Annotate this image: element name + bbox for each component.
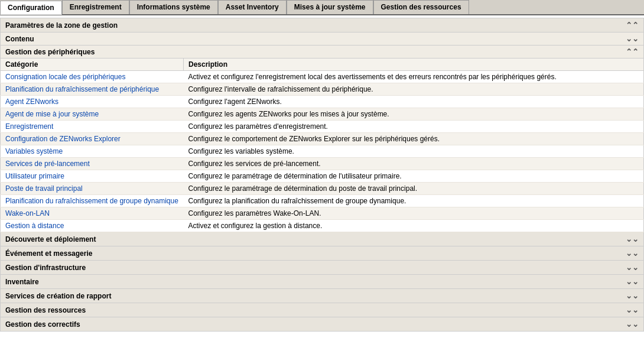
row-link-9[interactable]: Poste de travail principal xyxy=(5,184,83,193)
row-description-3: Configurez les agents ZENworks pour les … xyxy=(184,108,644,121)
row-link-10[interactable]: Planification du rafraîchissement de gro… xyxy=(5,197,178,205)
section-gestion-peripheriques-label: Gestion des périphériques xyxy=(5,48,95,56)
row-description-12: Activez et configurez la gestion à dista… xyxy=(184,220,644,232)
expand-section-icon-6[interactable]: ⌄⌄ xyxy=(626,320,639,329)
collapsed-section-6[interactable]: Gestion des correctifs⌄⌄ xyxy=(0,317,644,332)
table-row: Planification du rafraîchissement de pér… xyxy=(1,83,644,96)
tab-configuration[interactable]: Configuration xyxy=(0,1,62,15)
table-row: Variables systèmeConfigurez les variable… xyxy=(1,145,644,158)
table-row: Planification du rafraîchissement de gro… xyxy=(1,195,644,207)
tab-asset-inventory[interactable]: Asset Inventory xyxy=(218,0,287,14)
row-link-5[interactable]: Configuration de ZENworks Explorer xyxy=(5,135,121,143)
section-parametres-zone[interactable]: Paramètres de la zone de gestion ⌃⌃ xyxy=(0,18,644,33)
table-row: EnregistrementConfigurez les paramètres … xyxy=(1,121,644,133)
table-header-row: Catégorie Description xyxy=(1,59,644,71)
collapsed-section-label-3: Inventaire xyxy=(5,278,39,286)
row-description-7: Configurez les services de pré-lancement… xyxy=(184,158,644,170)
collapsed-section-label-5: Gestion des ressources xyxy=(5,306,86,314)
table-row: Utilisateur primaireConfigurez le paramé… xyxy=(1,170,644,183)
row-link-0[interactable]: Consignation locale des périphériques xyxy=(5,73,125,81)
expand-section-icon-3[interactable]: ⌄⌄ xyxy=(626,277,639,286)
collapsed-section-4[interactable]: Services de création de rapport⌄⌄ xyxy=(0,289,644,303)
row-description-0: Activez et configurez l'enregistrement l… xyxy=(184,71,644,83)
collapsed-section-1[interactable]: Événement et messagerie⌄⌄ xyxy=(0,246,644,261)
expand-section-icon-1[interactable]: ⌄⌄ xyxy=(626,249,639,258)
expand-section-icon-4[interactable]: ⌄⌄ xyxy=(626,291,639,300)
tab-enregistrement[interactable]: Enregistrement xyxy=(62,0,129,14)
row-description-2: Configurez l'agent ZENworks. xyxy=(184,96,644,108)
tab-bar: ConfigurationEnregistrementInformations … xyxy=(0,0,644,15)
tab-gestion-des-ressources[interactable]: Gestion des ressources xyxy=(373,0,469,14)
main-content: Paramètres de la zone de gestion ⌃⌃ Cont… xyxy=(0,18,644,332)
collapsed-section-label-6: Gestion des correctifs xyxy=(5,320,80,329)
row-link-12[interactable]: Gestion à distance xyxy=(5,222,64,230)
expand-section-icon-0[interactable]: ⌄⌄ xyxy=(626,235,639,243)
row-link-1[interactable]: Planification du rafraîchissement de pér… xyxy=(5,85,159,93)
collapse-parametres-icon[interactable]: ⌃⌃ xyxy=(626,21,639,30)
row-description-4: Configurez les paramètres d'enregistreme… xyxy=(184,121,644,133)
table-row: Agent de mise à jour systèmeConfigurez l… xyxy=(1,108,644,121)
table-row: Gestion à distanceActivez et configurez … xyxy=(1,220,644,232)
tab-mises-a-jour-systeme[interactable]: Mises à jour système xyxy=(287,0,373,14)
expand-section-icon-2[interactable]: ⌄⌄ xyxy=(626,263,639,272)
section-contenu-label: Contenu xyxy=(5,35,34,43)
section-contenu[interactable]: Contenu ⌄⌄ xyxy=(0,33,644,46)
collapsed-section-label-4: Services de création de rapport xyxy=(5,292,111,300)
collapsed-section-0[interactable]: Découverte et déploiement⌄⌄ xyxy=(0,232,644,246)
table-row: Poste de travail principalConfigurez le … xyxy=(1,183,644,195)
tab-informations-systeme[interactable]: Informations système xyxy=(129,0,218,14)
row-link-8[interactable]: Utilisateur primaire xyxy=(5,172,64,180)
table-row: Configuration de ZENworks ExplorerConfig… xyxy=(1,133,644,145)
collapsed-section-label-2: Gestion d'infrastructure xyxy=(5,264,86,272)
collapsed-section-3[interactable]: Inventaire⌄⌄ xyxy=(0,275,644,289)
row-description-9: Configurez le paramétrage de déterminati… xyxy=(184,183,644,195)
table-row: Services de pré-lancementConfigurez les … xyxy=(1,158,644,170)
row-link-4[interactable]: Enregistrement xyxy=(5,122,53,131)
row-description-6: Configurez les variables système. xyxy=(184,145,644,158)
row-description-8: Configurez le paramétrage de déterminati… xyxy=(184,170,644,183)
col-categorie: Catégorie xyxy=(1,59,184,71)
expand-section-icon-5[interactable]: ⌄⌄ xyxy=(626,306,639,314)
row-description-1: Configurez l'intervalle de rafraîchissem… xyxy=(184,83,644,96)
row-link-6[interactable]: Variables système xyxy=(5,147,63,155)
collapse-contenu-icon[interactable]: ⌄⌄ xyxy=(626,34,639,43)
row-description-5: Configurez le comportement de ZENworks E… xyxy=(184,133,644,145)
table-row: Consignation locale des périphériquesAct… xyxy=(1,71,644,83)
collapsed-section-5[interactable]: Gestion des ressources⌄⌄ xyxy=(0,303,644,317)
collapse-gestion-icon[interactable]: ⌃⌃ xyxy=(626,47,639,56)
row-link-11[interactable]: Wake-on-LAN xyxy=(5,209,50,217)
row-description-11: Configurez les paramètres Wake-On-LAN. xyxy=(184,207,644,220)
collapsed-section-2[interactable]: Gestion d'infrastructure⌄⌄ xyxy=(0,261,644,275)
row-description-10: Configurez la planification du rafraîchi… xyxy=(184,195,644,207)
table-row: Agent ZENworksConfigurez l'agent ZENwork… xyxy=(1,96,644,108)
section-parametres-zone-label: Paramètres de la zone de gestion xyxy=(5,21,118,30)
collapsed-section-label-1: Événement et messagerie xyxy=(5,249,92,258)
devices-table: Catégorie Description Consignation local… xyxy=(0,59,644,232)
collapsed-section-label-0: Découverte et déploiement xyxy=(5,235,96,243)
row-link-7[interactable]: Services de pré-lancement xyxy=(5,160,90,168)
col-description: Description xyxy=(184,59,644,71)
section-gestion-peripheriques[interactable]: Gestion des périphériques ⌃⌃ xyxy=(0,46,644,59)
table-row: Wake-on-LANConfigurez les paramètres Wak… xyxy=(1,207,644,220)
row-link-3[interactable]: Agent de mise à jour système xyxy=(5,110,99,118)
row-link-2[interactable]: Agent ZENworks xyxy=(5,98,58,106)
